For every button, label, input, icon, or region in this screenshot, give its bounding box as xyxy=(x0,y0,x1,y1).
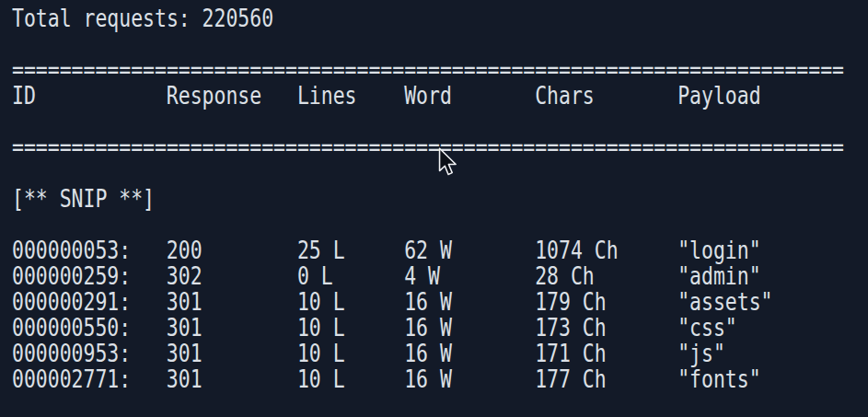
column-header-id: ID xyxy=(12,83,36,109)
result-char-count: 173 Ch xyxy=(535,315,606,341)
result-row: 000000291:30110 L16 W179 Ch"assets" xyxy=(12,289,718,315)
result-response-code: 200 xyxy=(167,237,203,263)
snip-marker: [** SNIP **] xyxy=(12,186,718,212)
result-payload: "fonts" xyxy=(677,366,760,392)
result-word-count: 16 W xyxy=(404,366,452,392)
result-char-count: 179 Ch xyxy=(535,289,606,315)
result-id: 000000259: xyxy=(12,263,131,289)
result-row: 000000259:3020 L4 W28 Ch"admin" xyxy=(12,263,718,289)
results-table-header: IDResponseLinesWordCharsPayload xyxy=(12,83,718,109)
result-response-code: 301 xyxy=(167,341,203,366)
result-line-count: 10 L xyxy=(297,341,345,366)
result-id: 000000053: xyxy=(12,237,131,263)
column-header-chars: Chars xyxy=(535,83,595,109)
column-header-payload: Payload xyxy=(677,83,760,109)
result-payload: "admin" xyxy=(677,263,760,289)
total-requests-label: Total requests: xyxy=(12,5,191,32)
result-line-count: 10 L xyxy=(297,315,345,341)
result-id: 000002771: xyxy=(12,366,131,392)
result-line-count: 25 L xyxy=(297,237,345,263)
column-header-lines: Lines xyxy=(297,83,357,109)
result-word-count: 62 W xyxy=(404,237,452,263)
result-row: 000000953:30110 L16 W171 Ch"js" xyxy=(12,341,718,366)
column-header-response: Response xyxy=(167,83,261,109)
blank-line xyxy=(12,31,718,57)
total-requests-line: Total requests:220560 xyxy=(12,6,718,31)
result-line-count: 0 L xyxy=(297,263,333,289)
separator-line: ========================================… xyxy=(12,57,718,83)
result-word-count: 4 W xyxy=(404,263,440,289)
result-payload: "login" xyxy=(677,237,760,263)
result-id: 000000291: xyxy=(12,289,131,315)
result-response-code: 301 xyxy=(167,315,203,341)
blank-line xyxy=(12,109,718,134)
result-payload: "css" xyxy=(677,315,737,341)
result-row: 000000550:30110 L16 W173 Ch"css" xyxy=(12,315,718,341)
result-row: 000000053:20025 L62 W1074 Ch"login" xyxy=(12,237,718,263)
total-requests-value: 220560 xyxy=(203,5,273,32)
column-header-word: Word xyxy=(404,83,452,109)
blank-line xyxy=(12,392,718,417)
result-row: 000002771:30110 L16 W177 Ch"fonts" xyxy=(12,366,718,392)
separator-line: ========================================… xyxy=(12,134,718,160)
result-char-count: 177 Ch xyxy=(535,366,606,392)
result-char-count: 171 Ch xyxy=(535,341,606,366)
result-response-code: 301 xyxy=(167,366,203,392)
result-id: 000000953: xyxy=(12,341,131,366)
result-line-count: 10 L xyxy=(297,289,345,315)
result-word-count: 16 W xyxy=(404,341,452,366)
terminal-screen[interactable]: Total requests:220560 ==================… xyxy=(0,0,868,417)
result-line-count: 10 L xyxy=(297,366,345,392)
result-payload: "js" xyxy=(677,341,725,366)
result-char-count: 28 Ch xyxy=(535,263,595,289)
result-response-code: 301 xyxy=(167,289,203,315)
result-id: 000000550: xyxy=(12,315,131,341)
result-word-count: 16 W xyxy=(404,315,452,341)
blank-line xyxy=(12,160,718,186)
result-char-count: 1074 Ch xyxy=(535,237,618,263)
result-payload: "assets" xyxy=(677,289,772,315)
blank-line xyxy=(12,212,718,237)
result-word-count: 16 W xyxy=(404,289,452,315)
result-response-code: 302 xyxy=(167,263,203,289)
